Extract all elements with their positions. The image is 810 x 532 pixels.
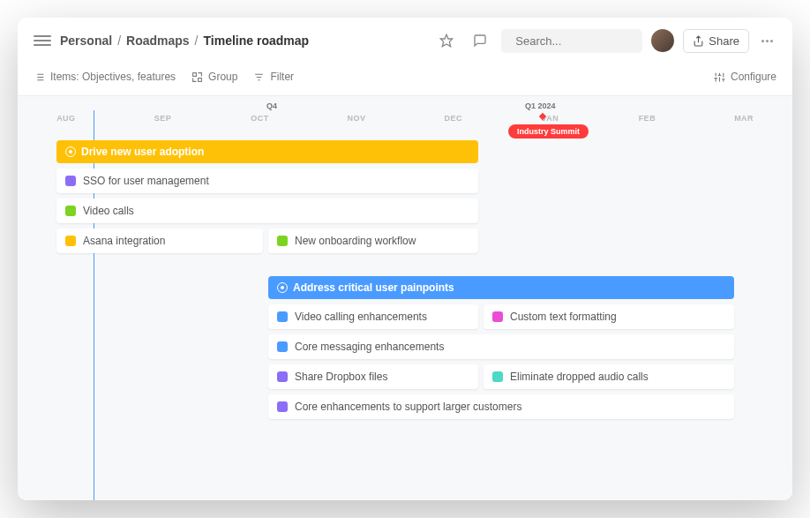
months-row: AUG SEP OCT NOV DEC JAN FEB MAR (18, 96, 792, 130)
card-label: Custom text formatting (510, 311, 617, 323)
filter-tool[interactable]: Filter (253, 71, 294, 83)
card-label: Core messaging enhancements (295, 341, 444, 353)
month-label: DEC (405, 114, 502, 123)
card-sso[interactable]: SSO for user management (56, 169, 478, 193)
filter-label: Filter (270, 71, 294, 83)
card-label: Eliminate dropped audio calls (510, 371, 649, 383)
breadcrumb: Personal / Roadmaps / Timeline roadmap (60, 34, 309, 48)
avatar[interactable] (651, 29, 674, 52)
menu-button[interactable] (34, 32, 51, 49)
timeline-area[interactable]: Q4 Q1 2024 AUG SEP OCT NOV DEC JAN FEB M… (18, 96, 792, 500)
share-icon (693, 35, 704, 47)
filter-icon (253, 71, 265, 83)
month-label: MAR (695, 114, 792, 123)
card-video-calls[interactable]: Video calls (56, 199, 478, 223)
svg-marker-0 (441, 34, 453, 46)
group-label: Group (208, 71, 237, 83)
items-tool[interactable]: Items: Objectives, features (34, 71, 176, 83)
configure-tool[interactable]: Configure (714, 71, 776, 83)
group-tool[interactable]: Group (191, 71, 237, 83)
month-label: JAN (502, 114, 599, 123)
breadcrumb-personal[interactable]: Personal (60, 34, 112, 48)
card-video-enhancements[interactable]: Video calling enhancements (268, 304, 478, 329)
card-label: New onboarding workflow (295, 235, 416, 247)
items-label: Items: Objectives, features (50, 71, 176, 83)
chip-icon (492, 311, 503, 322)
month-label: AUG (18, 114, 115, 123)
chip-icon (492, 371, 503, 382)
share-label: Share (709, 34, 739, 48)
chip-icon (65, 236, 76, 246)
chip-icon (277, 341, 288, 352)
target-icon (65, 146, 76, 157)
card-core-larger[interactable]: Core enhancements to support larger cust… (268, 394, 734, 419)
month-label: SEP (115, 114, 212, 123)
card-dropbox[interactable]: Share Dropbox files (268, 364, 478, 389)
svg-rect-11 (199, 78, 202, 81)
svg-rect-10 (193, 72, 197, 76)
search-input[interactable] (501, 29, 642, 53)
card-label: Video calling enhancements (295, 311, 427, 323)
comment-icon[interactable] (468, 28, 492, 53)
card-dropped-calls[interactable]: Eliminate dropped audio calls (484, 364, 734, 389)
card-label: SSO for user management (83, 175, 209, 187)
chip-icon (277, 401, 288, 412)
month-label: FEB (599, 114, 696, 123)
card-custom-formatting[interactable]: Custom text formatting (484, 304, 734, 329)
card-onboarding[interactable]: New onboarding workflow (268, 229, 478, 253)
configure-label: Configure (731, 71, 776, 83)
objective-title: Drive new user adoption (81, 146, 204, 158)
card-label: Video calls (83, 205, 134, 217)
objective-painpoints[interactable]: Address critical user painpoints (268, 276, 734, 299)
breadcrumb-current[interactable]: Timeline roadmap (204, 34, 310, 48)
chip-icon (277, 371, 288, 382)
share-button[interactable]: Share (683, 29, 749, 53)
sliders-icon (714, 71, 725, 83)
chip-icon (277, 236, 288, 246)
chip-icon (65, 206, 76, 216)
list-icon (34, 71, 45, 83)
card-core-messaging[interactable]: Core messaging enhancements (268, 334, 734, 359)
star-icon[interactable] (434, 28, 459, 53)
card-asana[interactable]: Asana integration (56, 229, 263, 253)
group-icon (191, 71, 203, 83)
month-label: OCT (212, 114, 309, 123)
objective-drive-adoption[interactable]: Drive new user adoption (56, 140, 478, 163)
more-button[interactable] (758, 36, 776, 46)
target-icon (277, 282, 288, 293)
objective-title: Address critical user painpoints (293, 281, 454, 294)
chip-icon (277, 311, 288, 322)
card-label: Asana integration (83, 235, 165, 247)
chip-icon (65, 176, 76, 186)
card-label: Core enhancements to support larger cust… (295, 401, 521, 413)
card-label: Share Dropbox files (295, 371, 387, 383)
breadcrumb-roadmaps[interactable]: Roadmaps (126, 34, 190, 48)
month-label: NOV (308, 114, 405, 123)
